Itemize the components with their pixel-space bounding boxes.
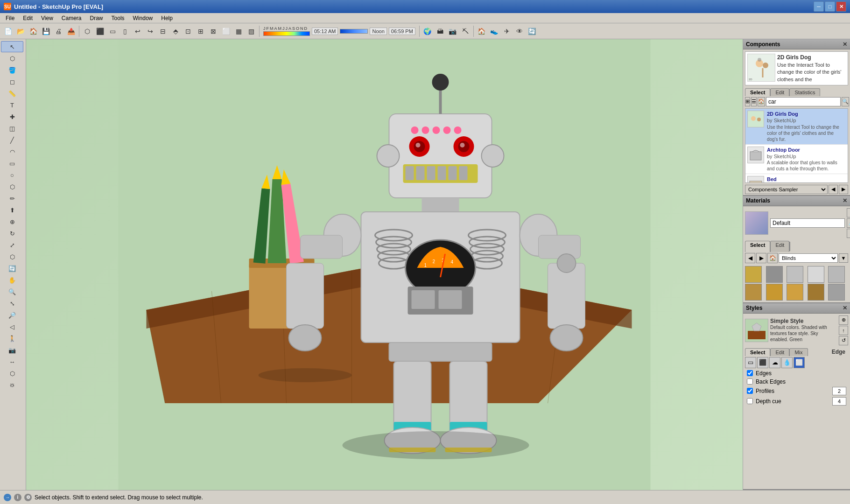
sandbox-tool[interactable]: ⬡ bbox=[1, 368, 23, 379]
mat-back-btn[interactable]: ◀ bbox=[745, 253, 755, 263]
mat-forward-btn[interactable]: ▶ bbox=[756, 253, 766, 263]
menu-view[interactable]: View bbox=[37, 14, 57, 22]
style-create-btn[interactable]: ⊕ bbox=[839, 315, 848, 325]
comp-list-item-1[interactable]: Archtop Door by SketchUp A scalable door… bbox=[745, 145, 848, 175]
mat-swatch-6[interactable] bbox=[766, 284, 783, 301]
style-update-btn[interactable]: ↑ bbox=[839, 326, 848, 335]
view-iso[interactable]: ⬡ bbox=[81, 25, 93, 37]
polygon-tool[interactable]: ⬡ bbox=[1, 181, 23, 192]
style-faces-btn[interactable]: ⬛ bbox=[757, 357, 768, 368]
fly-button[interactable]: ✈ bbox=[501, 25, 513, 37]
select-tool[interactable]: ↖ bbox=[1, 41, 23, 52]
tab-components-statistics[interactable]: Statistics bbox=[789, 88, 820, 96]
mat-category-dropdown[interactable]: Blinds bbox=[779, 253, 838, 263]
menu-camera[interactable]: Camera bbox=[58, 14, 85, 22]
comp-search-btn[interactable]: 🔍 bbox=[842, 97, 849, 106]
comp-list-item-0[interactable]: 2D Girls Dog by SketchUp Use the Interac… bbox=[745, 109, 848, 145]
comp-library-dropdown[interactable]: Components Sampler bbox=[745, 185, 828, 194]
zoomwindow-tool[interactable]: 🔎 bbox=[1, 309, 23, 321]
view-tex[interactable]: ▦ bbox=[232, 25, 245, 37]
comp-list-view[interactable]: ☰ bbox=[751, 97, 757, 106]
mat-create-btn[interactable]: ⊕ bbox=[847, 208, 850, 217]
orbit-tool[interactable]: 🔄 bbox=[1, 263, 23, 274]
menu-window[interactable]: Window bbox=[129, 14, 157, 22]
sun-gradient[interactable] bbox=[263, 31, 310, 36]
profiles-checkbox[interactable] bbox=[747, 388, 753, 394]
arc-tool[interactable]: ◠ bbox=[1, 146, 23, 157]
maximize-button[interactable]: □ bbox=[825, 1, 835, 12]
depthcue-value[interactable] bbox=[832, 397, 846, 406]
view-right[interactable]: ▯ bbox=[119, 25, 131, 37]
component-tool[interactable]: ⬡ bbox=[1, 53, 23, 64]
geo-button[interactable]: 🌍 bbox=[421, 25, 434, 37]
menu-help[interactable]: Help bbox=[157, 14, 176, 22]
viewport[interactable]: 1 2 3 4 bbox=[26, 39, 743, 490]
line-tool[interactable]: ╱ bbox=[1, 134, 23, 146]
offset-tool[interactable]: ⬡ bbox=[1, 251, 23, 262]
status-settings-icon[interactable]: ⚙ bbox=[24, 494, 32, 501]
style-modeling-btn[interactable]: ⬜ bbox=[794, 357, 805, 368]
mat-refresh-btn[interactable]: ↺ bbox=[847, 229, 850, 238]
view-hidden[interactable]: ⊠ bbox=[207, 25, 219, 37]
photo-button[interactable]: 📷 bbox=[447, 25, 459, 37]
view-wire[interactable]: ⊞ bbox=[195, 25, 207, 37]
look-button[interactable]: 👁 bbox=[513, 25, 526, 37]
mat-name-input[interactable] bbox=[770, 218, 845, 228]
open-button[interactable]: 📂 bbox=[14, 25, 27, 37]
comp-dropdown-left[interactable]: ◀ bbox=[829, 185, 838, 194]
export-button[interactable]: 📤 bbox=[65, 25, 77, 37]
materials-close[interactable]: ✕ bbox=[843, 197, 847, 204]
walk3-tool[interactable]: 📷 bbox=[1, 344, 23, 356]
view-left[interactable]: ↪ bbox=[144, 25, 156, 37]
view-front[interactable]: ▭ bbox=[106, 25, 119, 37]
sun-gradient-blue[interactable] bbox=[340, 29, 368, 34]
mat-swatch-7[interactable] bbox=[787, 284, 803, 301]
tab-styles-select[interactable]: Select bbox=[745, 348, 770, 356]
section-button[interactable]: ⛏ bbox=[459, 25, 471, 37]
new-button[interactable]: 📄 bbox=[2, 25, 14, 37]
comp-home[interactable]: 🏠 bbox=[758, 97, 765, 106]
pushpull-tool[interactable]: ⬆ bbox=[1, 204, 23, 216]
walk-button[interactable]: 👟 bbox=[488, 25, 500, 37]
mat-swatch-1[interactable] bbox=[766, 266, 783, 283]
circle-tool[interactable]: ○ bbox=[1, 169, 23, 181]
mat-detail-btn[interactable]: ▼ bbox=[839, 253, 848, 263]
menu-tools[interactable]: Tools bbox=[108, 14, 128, 22]
mat-swatch-5[interactable] bbox=[745, 284, 762, 301]
save-button[interactable]: 💾 bbox=[40, 25, 52, 37]
component-list[interactable]: 2D Girls Dog by SketchUp Use the Interac… bbox=[745, 108, 848, 183]
mat-swatch-3[interactable] bbox=[808, 266, 824, 283]
profiles-label[interactable]: Profiles bbox=[756, 388, 774, 394]
window-controls[interactable]: ─ □ ✕ bbox=[814, 1, 846, 12]
3d-button[interactable]: 🏔 bbox=[434, 25, 446, 37]
view-back[interactable]: ↩ bbox=[132, 25, 144, 37]
close-button[interactable]: ✕ bbox=[836, 1, 846, 12]
menu-draw[interactable]: Draw bbox=[86, 14, 107, 22]
tab-materials-select[interactable]: Select bbox=[745, 241, 770, 252]
axes-tool[interactable]: ✚ bbox=[1, 111, 23, 122]
style-bg-btn[interactable]: ☁ bbox=[769, 357, 780, 368]
tab-components-select[interactable]: Select bbox=[745, 88, 770, 96]
zoomextents-tool[interactable]: ⤡ bbox=[1, 298, 23, 309]
text-tool[interactable]: T bbox=[1, 99, 23, 111]
comp-dropdown-right[interactable]: ▶ bbox=[839, 185, 848, 194]
tab-styles-edit[interactable]: Edit bbox=[770, 348, 789, 356]
pan-tool[interactable]: ✋ bbox=[1, 274, 23, 286]
zoom-tool[interactable]: 🔍 bbox=[1, 286, 23, 297]
comp-list-item-2[interactable]: Bed by SketchUp Configurable Platform Be… bbox=[745, 174, 848, 183]
mat-swatch-9[interactable] bbox=[828, 284, 845, 301]
backedges-checkbox[interactable] bbox=[747, 378, 753, 385]
paint-tool[interactable]: 🪣 bbox=[1, 64, 23, 76]
measure-tool[interactable]: 📏 bbox=[1, 88, 23, 99]
tab-styles-mix[interactable]: Mix bbox=[789, 348, 808, 356]
styles-close[interactable]: ✕ bbox=[843, 305, 847, 311]
orbit-button[interactable]: 🔄 bbox=[526, 25, 538, 37]
view-persp[interactable]: ⬘ bbox=[169, 25, 182, 37]
view-bottom[interactable]: ⊟ bbox=[157, 25, 169, 37]
style-alt-btn[interactable]: ↺ bbox=[839, 336, 848, 345]
rotate-tool[interactable]: ↻ bbox=[1, 228, 23, 239]
advanced-tool[interactable]: ⛭ bbox=[1, 379, 23, 391]
edges-label[interactable]: Edges bbox=[756, 370, 772, 377]
mat-swatch-0[interactable] bbox=[745, 266, 762, 283]
profiles-value[interactable] bbox=[832, 387, 846, 395]
